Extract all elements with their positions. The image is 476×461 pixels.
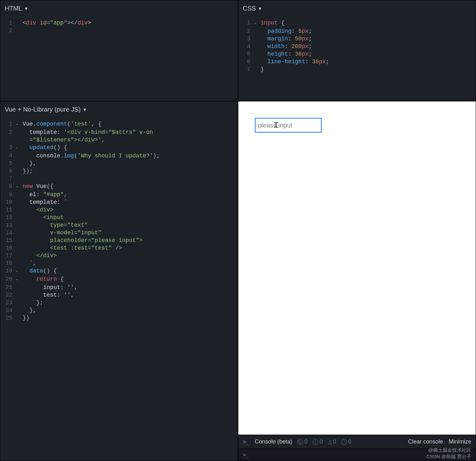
code-line[interactable]: 3▾ updated() { (0, 144, 238, 152)
code-content[interactable]: template: ` (23, 198, 67, 206)
code-content[interactable]: <test :test="test" /> (23, 244, 122, 252)
code-content[interactable]: updated() { (23, 144, 67, 151)
line-number: 21 (0, 284, 23, 291)
code-content[interactable]: } (261, 65, 264, 73)
code-content[interactable]: type="text" (23, 221, 88, 229)
code-content[interactable]: }; (23, 299, 43, 306)
code-line[interactable]: 16 <test :test="test" /> (0, 244, 238, 252)
code-content[interactable]: <div id="app"></div> (23, 19, 91, 27)
minimize-button[interactable]: Minimize (449, 438, 471, 445)
fold-icon[interactable]: ▾ (252, 20, 256, 27)
code-content[interactable]: return { (23, 275, 64, 283)
code-line[interactable]: 9 el: "#app", (0, 191, 238, 198)
code-line[interactable]: 4 console.log('Why should I update?'); (0, 152, 238, 160)
code-content[interactable]: Vue.component('test', { (23, 120, 101, 128)
line-number: 6 (238, 58, 261, 65)
code-content[interactable]: test: '', (23, 291, 74, 299)
code-content[interactable]: new Vue({ (23, 182, 53, 190)
code-line[interactable]: 1▾input { (238, 19, 476, 27)
code-line[interactable]: 20▾ return { (0, 275, 238, 284)
code-line[interactable]: 3 margin: 50px; (238, 35, 476, 43)
code-line[interactable]: 7 (0, 175, 238, 182)
code-line[interactable]: 18 `, (0, 259, 238, 267)
code-line[interactable]: 8▾new Vue({ (0, 182, 238, 191)
code-line[interactable]: 2 padding: 5px; (238, 27, 476, 35)
code-line[interactable]: 14 v-model="input" (0, 229, 238, 237)
code-content[interactable]: }); (23, 167, 33, 175)
code-content[interactable]: padding: 5px; (261, 27, 312, 35)
code-content[interactable]: template: '<div v-bind="$attrs" v-on ="$… (23, 128, 153, 144)
line-number: 24 (0, 306, 23, 314)
code-content[interactable]: line-height: 36px; (261, 58, 329, 65)
clear-console-button[interactable]: Clear console (408, 438, 443, 445)
code-content[interactable]: height: 36px; (261, 50, 312, 58)
code-line[interactable]: 15 placeholder="please input"> (0, 237, 238, 244)
line-number: 16 (0, 244, 23, 252)
code-line[interactable]: 25}) (0, 314, 238, 322)
console-label[interactable]: Console (beta) (255, 438, 292, 445)
code-line[interactable]: 6}); (0, 167, 238, 175)
code-line[interactable]: 4 width: 200px; (238, 43, 476, 50)
line-number: 22 (0, 291, 23, 299)
code-line[interactable]: 12 <input (0, 214, 238, 221)
line-number: 7 (238, 65, 261, 73)
code-line[interactable]: 21 input: '', (0, 284, 238, 291)
html-panel-title: HTML (5, 5, 22, 12)
css-editor[interactable]: 1▾input {2 padding: 5px;3 margin: 50px;4… (238, 15, 476, 101)
code-content[interactable]: input { (261, 19, 285, 27)
js-editor[interactable]: 1▾Vue.component('test', {2 template: '<d… (0, 116, 238, 461)
code-content[interactable]: data() { (23, 267, 57, 275)
watermark: @稀土掘金技术社区 CSDN @前端 贾公子 (426, 447, 471, 459)
code-line[interactable]: 22 test: '', (0, 291, 238, 299)
code-line[interactable]: 6 line-height: 36px; (238, 58, 476, 65)
dropdown-icon: ▼ (83, 107, 87, 112)
code-line[interactable]: 24 }, (0, 306, 238, 314)
code-line[interactable]: 23 }; (0, 299, 238, 306)
code-content[interactable]: }, (23, 306, 36, 314)
code-line[interactable]: 13 type="text" (0, 221, 238, 229)
code-content[interactable]: <div> (23, 206, 53, 214)
code-line[interactable]: 2 template: '<div v-bind="$attrs" v-on =… (0, 128, 238, 144)
code-content[interactable]: margin: 50px; (261, 35, 312, 43)
code-line[interactable]: 19▾ data() { (0, 267, 238, 275)
html-panel-header[interactable]: HTML ▼ (0, 0, 238, 15)
error-icon: ⃠ (297, 439, 303, 445)
fold-icon[interactable]: ▾ (14, 183, 18, 191)
fold-icon[interactable]: ▾ (14, 144, 18, 152)
code-content[interactable]: `, (23, 259, 36, 267)
code-content[interactable]: }, (23, 160, 36, 167)
console-warnings[interactable]: △ 0 (328, 438, 336, 445)
preview-text-input[interactable] (255, 118, 322, 133)
console-errors[interactable]: ⃠ 0 (297, 438, 308, 445)
code-line[interactable]: 10 template: ` (0, 198, 238, 206)
code-line[interactable]: 11 <div> (0, 206, 238, 214)
code-content[interactable]: }) (23, 314, 30, 322)
line-number: 15 (0, 237, 23, 244)
console-logs[interactable]: i 0 (313, 438, 323, 445)
code-line[interactable]: 5 }, (0, 160, 238, 167)
code-content[interactable]: v-model="input" (23, 229, 101, 237)
html-editor[interactable]: 1<div id="app"></div>2 (0, 15, 238, 101)
code-content[interactable]: input: '', (23, 284, 78, 291)
code-content[interactable]: el: "#app", (23, 191, 67, 198)
line-number: 3 (238, 35, 261, 43)
fold-icon[interactable]: ▾ (14, 121, 18, 128)
code-line[interactable]: 17 </div> (0, 252, 238, 259)
code-line[interactable]: 1<div id="app"></div> (0, 19, 238, 27)
code-line[interactable]: 2 (0, 27, 238, 34)
repl-bar[interactable]: >_ @稀土掘金技术社区 CSDN @前端 贾公子 (238, 449, 476, 461)
line-number: 4 (238, 43, 261, 50)
css-panel-header[interactable]: CSS ▼ (238, 0, 476, 15)
code-line[interactable]: 5 height: 36px; (238, 50, 476, 58)
code-content[interactable]: console.log('Why should I update?'); (23, 152, 160, 160)
fold-icon[interactable]: ▾ (14, 268, 18, 275)
code-content[interactable]: <input (23, 214, 64, 221)
code-line[interactable]: 1▾Vue.component('test', { (0, 120, 238, 128)
js-panel-header[interactable]: Vue + No-Library (pure JS) ▼ (0, 101, 238, 116)
console-info[interactable]: ! 0 (341, 438, 351, 445)
code-line[interactable]: 7} (238, 65, 476, 73)
code-content[interactable]: placeholder="please input"> (23, 237, 143, 244)
fold-icon[interactable]: ▾ (14, 276, 18, 284)
code-content[interactable]: </div> (23, 252, 57, 259)
code-content[interactable]: width: 200px; (261, 43, 312, 50)
